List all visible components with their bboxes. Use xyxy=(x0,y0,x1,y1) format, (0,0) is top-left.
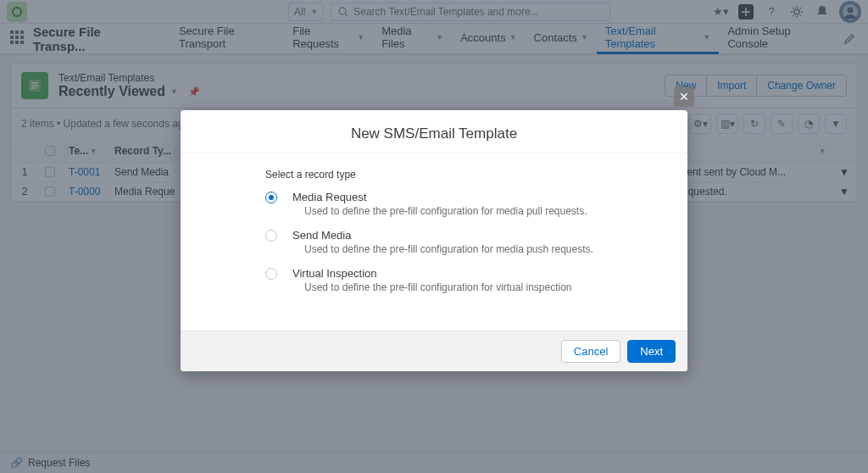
cancel-button[interactable]: Cancel xyxy=(561,340,620,363)
modal-section-label: Select a record type xyxy=(265,169,654,181)
next-button[interactable]: Next xyxy=(627,340,676,363)
radio-button[interactable] xyxy=(265,268,277,280)
modal-overlay: ✕ New SMS/Email Template Select a record… xyxy=(0,0,868,473)
option-desc: Used to define the pre-fill configuratio… xyxy=(304,205,587,217)
new-template-modal: ✕ New SMS/Email Template Select a record… xyxy=(181,110,687,371)
radio-button[interactable] xyxy=(265,192,277,203)
option-title: Virtual Inspection xyxy=(292,267,572,280)
record-type-option[interactable]: Send MediaUsed to define the pre-fill co… xyxy=(265,229,654,255)
record-type-option[interactable]: Media RequestUsed to define the pre-fill… xyxy=(265,191,654,217)
close-icon[interactable]: ✕ xyxy=(674,86,694,107)
radio-button[interactable] xyxy=(265,230,277,242)
option-title: Send Media xyxy=(292,229,593,242)
modal-title: New SMS/Email Template xyxy=(181,110,687,153)
option-desc: Used to define the pre-fill configuratio… xyxy=(304,281,572,293)
record-type-option[interactable]: Virtual InspectionUsed to define the pre… xyxy=(265,267,654,293)
option-title: Media Request xyxy=(292,191,587,203)
option-desc: Used to define the pre-fill configuratio… xyxy=(304,243,593,255)
